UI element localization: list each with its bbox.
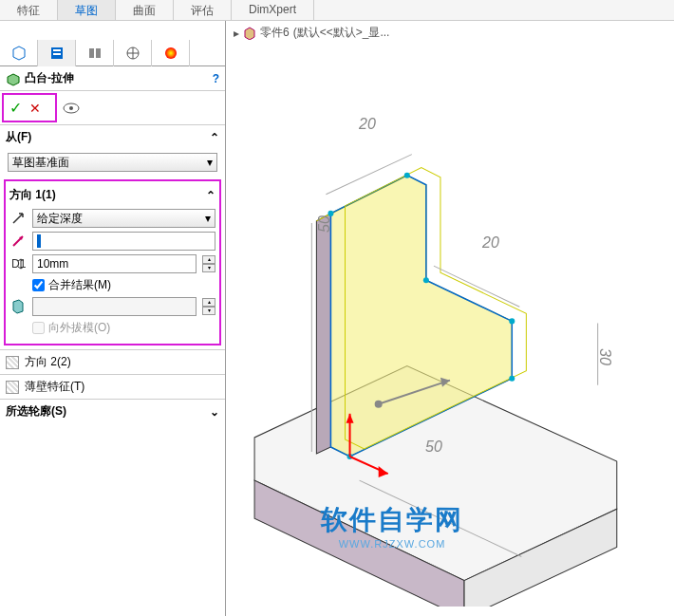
svg-rect-10	[89, 48, 94, 58]
part-state: (默认<<默认>_显...	[293, 25, 390, 41]
svg-rect-9	[53, 53, 61, 55]
panel-tabs	[0, 40, 225, 66]
from-header[interactable]: 从(F) ⌃	[0, 125, 225, 149]
from-label: 从(F)	[6, 129, 31, 145]
panel-tab-appearance[interactable]	[152, 40, 190, 66]
vertex	[509, 376, 515, 382]
contour-section[interactable]: 所选轮廓(S) ⌄	[0, 399, 225, 423]
tab-evaluate[interactable]: 评估	[174, 0, 232, 20]
thin-feature-section[interactable]: 薄壁特征(T)	[0, 374, 225, 399]
watermark: 软件自学网 WWW.RJZXW.COM	[321, 502, 463, 550]
draft-outward-label: 向外拔模(O)	[48, 320, 110, 336]
direction1-section: 方向 1(1) ⌃ 给定深度 ▾ D1 10mm ▴▾ 合并	[4, 179, 221, 345]
dimension[interactable]: 30	[596, 348, 613, 365]
watermark-url: WWW.RJZXW.COM	[321, 538, 463, 550]
draft-input[interactable]	[32, 297, 197, 316]
svg-rect-11	[96, 48, 101, 58]
tab-sketch[interactable]: 草图	[58, 0, 116, 20]
dir2-label: 方向 2(2)	[25, 354, 71, 370]
breadcrumb-arrow-icon[interactable]: ▸	[234, 27, 239, 40]
expand-icon: ⌄	[210, 405, 219, 419]
from-plane-dropdown[interactable]: 草图基准面 ▾	[8, 153, 217, 172]
svg-point-15	[165, 47, 177, 59]
from-section: 从(F) ⌃ 草图基准面 ▾	[0, 124, 225, 176]
section-icon	[6, 356, 19, 369]
draft-icon[interactable]	[9, 298, 27, 315]
vertex	[509, 318, 515, 324]
collapse-icon: ⌃	[206, 189, 215, 202]
section-icon	[6, 381, 19, 394]
cancel-button[interactable]: ✕	[29, 101, 41, 116]
part-name[interactable]: 零件6	[260, 25, 290, 41]
extrude-left	[316, 214, 330, 454]
panel-tab-dimxpert[interactable]	[114, 40, 152, 66]
depth-spinner[interactable]: ▴▾	[202, 255, 215, 272]
dimension[interactable]: 20	[482, 234, 499, 252]
direction-reference-input[interactable]	[32, 232, 215, 251]
tab-surface[interactable]: 曲面	[116, 0, 174, 20]
part-icon	[243, 27, 256, 40]
feature-header: 凸台-拉伸 ?	[0, 66, 225, 91]
dir1-label: 方向 1(1)	[9, 187, 56, 203]
panel-tab-feature[interactable]	[0, 40, 38, 66]
depth-value: 10mm	[37, 257, 68, 271]
breadcrumb: ▸ 零件6 (默认<<默认>_显...	[234, 25, 389, 41]
property-manager: 凸台-拉伸 ? ✓ ✕ 从(F) ⌃ 草图基准面 ▾	[0, 21, 226, 616]
merge-label: 合并结果(M)	[48, 277, 111, 293]
contour-label: 所选轮廓(S)	[6, 403, 66, 420]
svg-text:D1: D1	[11, 257, 26, 271]
depth-input[interactable]: 10mm	[32, 254, 197, 273]
dimension[interactable]: 50	[425, 439, 442, 456]
direction2-section[interactable]: 方向 2(2)	[0, 349, 225, 374]
svg-point-23	[375, 401, 383, 408]
end-condition-dropdown[interactable]: 给定深度 ▾	[32, 209, 215, 228]
vertex	[404, 173, 410, 178]
confirm-actions: ✓ ✕	[2, 93, 57, 122]
direction-vector-icon[interactable]	[9, 233, 27, 250]
collapse-icon: ⌃	[210, 131, 219, 144]
draft-outward-checkbox	[32, 322, 45, 334]
feature-title: 凸台-拉伸	[25, 70, 213, 86]
reverse-direction-icon[interactable]	[9, 210, 27, 227]
graphics-viewport[interactable]: ▸ 零件6 (默认<<默认>_显...	[226, 21, 674, 616]
svg-point-17	[69, 106, 73, 110]
dimension[interactable]: 20	[359, 116, 376, 133]
watermark-title: 软件自学网	[321, 502, 463, 538]
panel-tab-property[interactable]	[38, 40, 76, 66]
depth-icon: D1	[9, 255, 27, 272]
command-tabs: 特征 草图 曲面 评估 DimXpert	[0, 0, 674, 21]
ok-button[interactable]: ✓	[9, 99, 22, 117]
help-icon[interactable]: ?	[213, 72, 219, 85]
tab-feature[interactable]: 特征	[0, 0, 58, 20]
dimension[interactable]: 50	[316, 215, 333, 233]
dir1-header[interactable]: 方向 1(1) ⌃	[9, 185, 215, 205]
svg-rect-8	[53, 49, 61, 51]
vertex	[423, 277, 429, 283]
extrude-icon	[6, 71, 21, 86]
merge-checkbox[interactable]	[32, 279, 45, 291]
dropdown-arrow-icon: ▾	[205, 212, 211, 225]
preview-icon[interactable]	[63, 103, 80, 114]
draft-spinner[interactable]: ▴▾	[202, 298, 215, 315]
thin-label: 薄壁特征(T)	[25, 379, 84, 395]
from-plane-value: 草图基准面	[12, 155, 69, 171]
panel-tab-config[interactable]	[76, 40, 114, 66]
model-area[interactable]: 20 20 50 50 30 软件自学网 WWW.RJZXW.COM	[235, 87, 665, 607]
dropdown-arrow-icon: ▾	[207, 156, 213, 169]
tab-dimxpert[interactable]: DimXpert	[232, 0, 314, 20]
end-condition-value: 给定深度	[37, 211, 83, 227]
